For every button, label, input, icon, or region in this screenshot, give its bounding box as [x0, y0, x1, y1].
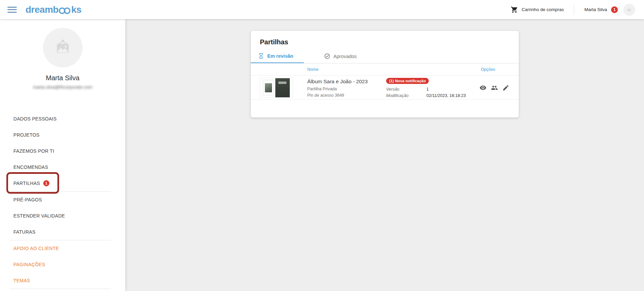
- header-divider: [574, 5, 574, 15]
- sidebar-item-label: PAGINAÇÕES: [13, 262, 45, 267]
- sidebar-item-pre-pagos[interactable]: PRÉ-PAGOS: [0, 192, 125, 208]
- row-actions: [479, 84, 509, 91]
- cart-label: Carrinho de compras: [521, 7, 564, 12]
- sidebar-nav: DADOS PESSOAIS PROJETOS FAZEMOS POR TI E…: [0, 111, 125, 289]
- modified-label: Modificação: [386, 93, 426, 99]
- column-header-opcoes: Opções: [481, 67, 495, 72]
- sidebar-item-label: FAZEMOS POR TI: [13, 148, 54, 154]
- image-placeholder-icon: [53, 38, 72, 57]
- tab-aprovados[interactable]: Aprovados: [316, 49, 365, 63]
- shopping-cart-icon: [511, 6, 518, 13]
- sidebar-item-faturas[interactable]: FATURAS: [0, 224, 125, 240]
- sidebar-divider: [9, 289, 111, 289]
- logo-text-prefix: dreamb: [26, 4, 58, 15]
- logo-text-suffix: ks: [71, 4, 81, 15]
- album-meta: (1) Nova notificação Versão 1 Modificaçã…: [386, 78, 466, 99]
- album-cover-back: [275, 78, 290, 97]
- logo-linked-rings-icon: [58, 7, 72, 14]
- sidebar-item-paginacoes[interactable]: PAGINAÇÕES: [0, 256, 125, 273]
- album-pin: Pin de acesso 3649: [307, 92, 368, 99]
- album-info: Álbum Sara e João - 2023 Partilha Privad…: [307, 79, 368, 99]
- sidebar-item-estender-validade[interactable]: ESTENDER VALIDADE: [0, 208, 125, 224]
- eye-icon[interactable]: [479, 84, 487, 91]
- version-label: Versão: [386, 86, 426, 93]
- hourglass-icon: [258, 53, 264, 59]
- sidebar-item-partilhas[interactable]: PARTILHAS 1: [0, 175, 125, 191]
- modified-value: 02/11/2023, 16:18:23: [426, 93, 466, 99]
- sidebar-item-label: TEMAS: [13, 278, 30, 283]
- sidebar-item-dados-pessoais[interactable]: DADOS PESSOAIS: [0, 111, 125, 127]
- sidebar-item-encomendas[interactable]: ENCOMENDAS: [0, 159, 125, 175]
- page-title: Partilhas: [260, 38, 519, 46]
- cover-photo: [265, 83, 272, 92]
- edit-icon[interactable]: [502, 84, 509, 91]
- sidebar-item-label: APOIO AO CLIENTE: [13, 246, 59, 251]
- users-icon[interactable]: [491, 84, 498, 91]
- table-header: Nome Opções: [251, 63, 519, 76]
- version-value: 1: [426, 86, 466, 93]
- profile-name: Marta Silva: [0, 74, 125, 82]
- album-cover-front: [263, 80, 274, 95]
- user-name: Marta Silva: [584, 7, 607, 12]
- cart-button[interactable]: Carrinho de compras: [511, 6, 564, 13]
- check-circle-icon: [324, 53, 330, 59]
- sidebar-item-label: ESTENDER VALIDADE: [13, 213, 65, 219]
- dreambooks-logo[interactable]: dreamb ks: [26, 4, 81, 15]
- avatar[interactable]: [623, 4, 635, 16]
- partilhas-count-badge: 1: [43, 180, 49, 186]
- user-menu[interactable]: Marta Silva 1: [584, 4, 635, 16]
- sidebar-item-apoio-ao-cliente[interactable]: APOIO AO CLIENTE: [0, 240, 125, 256]
- sidebar-item-fazemos-por-ti[interactable]: FAZEMOS POR TI: [0, 143, 125, 159]
- sidebar-item-label: PARTILHAS: [13, 181, 40, 186]
- profile-email-blurred: marta.silva@fhcorporate.com: [0, 85, 125, 90]
- top-bar: dreamb ks Carrinho de compras Marta Silv…: [0, 0, 644, 19]
- new-notification-badge: (1) Nova notificação: [386, 78, 429, 84]
- sidebar-item-label: ENCOMENDAS: [13, 164, 48, 170]
- profile-avatar[interactable]: [43, 28, 83, 67]
- sidebar-item-temas[interactable]: TEMAS: [0, 273, 125, 289]
- column-header-nome: Nome: [307, 67, 318, 72]
- tab-label: Em revisão: [267, 53, 293, 59]
- tab-label: Aprovados: [333, 54, 357, 59]
- notification-count-badge: 1: [611, 6, 618, 13]
- album-privacy: Partilha Privada: [307, 86, 368, 92]
- table-row: Álbum Sara e João - 2023 Partilha Privad…: [251, 76, 519, 100]
- sidebar: Marta Silva marta.silva@fhcorporate.com …: [0, 19, 125, 291]
- sidebar-item-label: FATURAS: [13, 229, 36, 235]
- sidebar-item-label: PRÉ-PAGOS: [13, 197, 42, 202]
- menu-icon[interactable]: [7, 6, 17, 13]
- tabs-bar: Em revisão Aprovados: [251, 49, 519, 63]
- album-thumbnail[interactable]: [260, 78, 293, 98]
- tab-em-revisao[interactable]: Em revisão: [251, 49, 304, 63]
- album-title: Álbum Sara e João - 2023: [307, 79, 368, 85]
- partilhas-card: Partilhas Em revisão Aprovados Nome Opçõ…: [251, 31, 519, 117]
- image-placeholder-icon: [626, 7, 632, 13]
- sidebar-item-projetos[interactable]: PROJETOS: [0, 127, 125, 143]
- sidebar-item-label: DADOS PESSOAIS: [13, 116, 57, 122]
- sidebar-item-label: PROJETOS: [13, 132, 40, 138]
